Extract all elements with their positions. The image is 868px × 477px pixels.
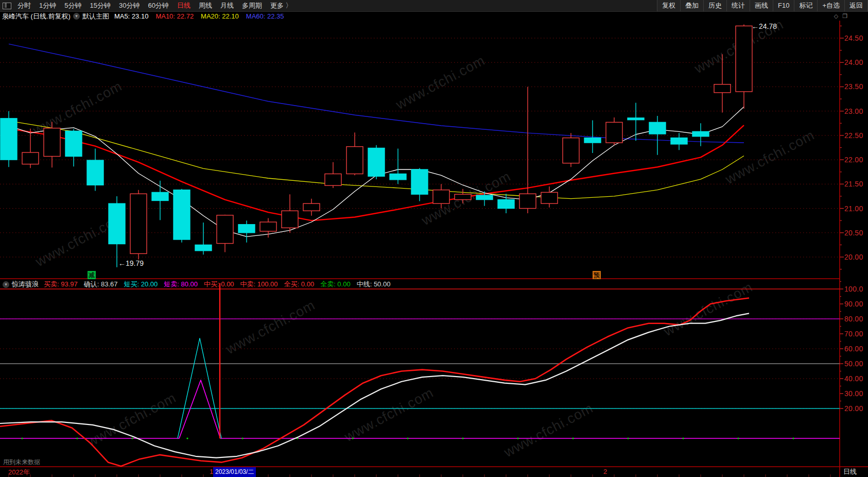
signal-badge: 减 — [88, 271, 96, 279]
axis-tick-label: 50.00 — [844, 360, 863, 368]
period-menu-item[interactable]: 1分钟 — [39, 1, 56, 10]
axis-tick-label: 90.00 — [844, 300, 863, 308]
axis-tick-label: 22.00 — [844, 156, 863, 164]
indicator-field: 中买: 0.00 — [204, 280, 234, 289]
indicator-name[interactable]: 惊涛骇浪 — [12, 280, 39, 289]
chevron-down-icon[interactable]: ▾ — [3, 281, 9, 288]
axis-tick-label: 20.00 — [844, 253, 863, 261]
toolbar-button[interactable]: 画线 — [750, 0, 773, 11]
chart-canvas[interactable] — [0, 0, 868, 477]
axis-tick-label: 80.00 — [844, 315, 863, 323]
period-menu: 分时1分钟5分钟15分钟30分钟60分钟日线周线月线多周期更多 〉 — [18, 1, 292, 10]
axis-tick-label: 23.50 — [844, 82, 863, 91]
ma-legend-item: MA5: 23.10 — [114, 12, 149, 20]
indicator-field: 全买: 0.00 — [284, 280, 315, 289]
axis-tick-label: 24.00 — [844, 58, 863, 66]
indicator-title-bar: ▾ 惊涛骇浪 买卖: 93.97确认: 83.67短买: 20.00短卖: 80… — [0, 279, 839, 289]
period-menu-item[interactable]: 60分钟 — [148, 1, 168, 10]
indicator-values: 买卖: 93.97确认: 83.67短买: 20.00短卖: 80.00中买: … — [44, 280, 390, 289]
app-window-icon[interactable] — [3, 3, 11, 9]
toolbar-button[interactable]: F10 — [773, 0, 794, 11]
year-label: 2022年 — [8, 468, 30, 477]
period-menu-item[interactable]: 更多 〉 — [270, 1, 292, 10]
ma-legend-item: MA20: 22.10 — [201, 12, 239, 20]
axis-tick-label: 24.50 — [844, 34, 863, 42]
stock-info-bar: 泉峰汽车 (日线.前复权) ▾ 默认主图 MA5: 23.10MA10: 22.… — [0, 12, 868, 21]
period-menu-item[interactable]: 月线 — [220, 1, 234, 10]
toolbar-actions: 复权叠加历史统计画线F10标记+自选返回 — [657, 0, 868, 11]
low-price-marker: ←19.79 — [118, 259, 144, 267]
indicator-field: 确认: 83.67 — [84, 280, 118, 289]
axis-tick-label: 100.0 — [844, 285, 863, 293]
period-label: 日线 — [843, 467, 857, 476]
period-menu-item[interactable]: 周线 — [199, 1, 212, 10]
ma-legend: MA5: 23.10MA10: 22.72MA20: 22.10MA60: 22… — [114, 12, 284, 20]
indicator-field: 买卖: 93.97 — [44, 280, 78, 289]
split-window-icon[interactable]: ❐ — [842, 13, 847, 20]
axis-tick-label: 20.50 — [844, 229, 863, 237]
axis-tick-label: 23.00 — [844, 107, 863, 115]
period-menu-item[interactable]: 15分钟 — [90, 1, 110, 10]
axis-tick-label: 30.00 — [844, 389, 863, 398]
toolbar-button[interactable]: 历史 — [703, 0, 726, 11]
period-menu-item[interactable]: 分时 — [18, 1, 31, 10]
future-data-note: 用到未来数据 — [3, 458, 40, 467]
main-chart-type-label[interactable]: 默认主图 — [82, 12, 109, 21]
date-cursor-label: 2023/01/03/二 — [213, 467, 256, 477]
axis-tick-label: 21.00 — [844, 205, 863, 213]
high-price-marker: ←24.78 — [752, 22, 777, 30]
indicator-field: 全卖: 0.00 — [320, 280, 351, 289]
toolbar-button[interactable]: 标记 — [794, 0, 817, 11]
trading-terminal: 分时1分钟5分钟15分钟30分钟60分钟日线周线月线多周期更多 〉 复权叠加历史… — [0, 0, 868, 477]
indicator-field: 中卖: 100.00 — [240, 280, 278, 289]
toolbar-button[interactable]: 复权 — [657, 0, 680, 11]
indicator-field: 短买: 20.00 — [124, 280, 158, 289]
period-menu-item[interactable]: 5分钟 — [64, 1, 81, 10]
indicator-field: 中线: 50.00 — [357, 280, 391, 289]
chevron-down-icon[interactable]: ▾ — [73, 13, 80, 20]
axis-tick-label: 70.00 — [844, 330, 863, 338]
period-menu-item[interactable]: 多周期 — [242, 1, 262, 10]
ma-legend-item: MA10: 22.72 — [155, 12, 194, 20]
ma-legend-item: MA60: 22.35 — [246, 12, 284, 20]
toolbar-button[interactable]: 返回 — [844, 0, 868, 11]
indicator-field: 短卖: 80.00 — [164, 280, 198, 289]
axis-tick-label: 20.00 — [844, 404, 863, 413]
axis-tick-label: 22.50 — [844, 131, 863, 140]
toolbar-button[interactable]: +自选 — [817, 0, 844, 11]
axis-tick-label: 60.00 — [844, 345, 863, 353]
diamond-icon[interactable]: ◇ — [834, 13, 838, 20]
period-menu-item[interactable]: 日线 — [177, 1, 190, 10]
signal-badge: 预 — [593, 271, 601, 279]
stock-title: 泉峰汽车 (日线.前复权) — [2, 12, 71, 21]
month-marker: 2 — [603, 468, 607, 475]
axis-tick-label: 40.00 — [844, 374, 863, 383]
toolbar-button[interactable]: 统计 — [726, 0, 750, 11]
axis-tick-label: 21.50 — [844, 180, 863, 188]
top-menu-bar: 分时1分钟5分钟15分钟30分钟60分钟日线周线月线多周期更多 〉 复权叠加历史… — [0, 0, 868, 12]
toolbar-button[interactable]: 叠加 — [680, 0, 703, 11]
period-menu-item[interactable]: 30分钟 — [119, 1, 140, 10]
